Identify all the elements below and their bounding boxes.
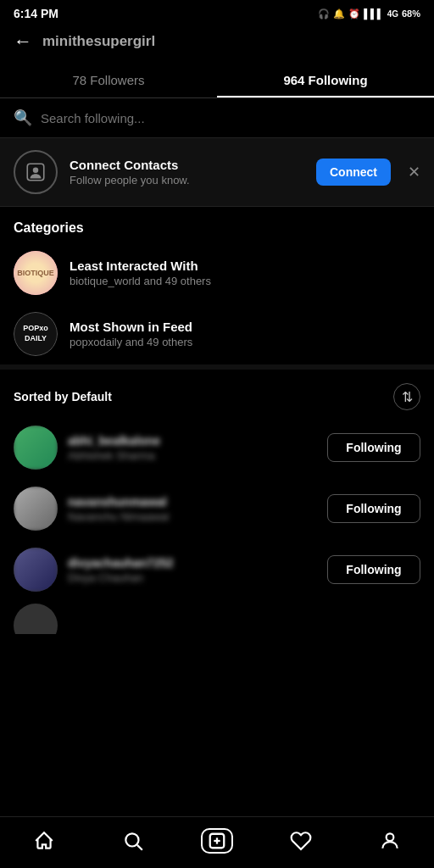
user-info-1: abhi_bealkalone Abhishek Sharma [68,434,317,462]
svg-line-3 [136,845,142,850]
user-handle-1: abhi_bealkalone [68,434,317,448]
nav-heart[interactable] [281,826,321,856]
tab-following[interactable]: 964 Following [217,63,434,97]
sort-button[interactable]: ⇅ [393,383,420,410]
sorted-row: Sorted by Default ⇅ [0,364,434,417]
user-info-2: navanshunmawal Navanchu Nimaawal [68,495,317,523]
category-least-interacted[interactable]: BIOTIQUE Least Interacted With biotique_… [0,242,434,303]
search-bar: 🔍 [0,98,434,138]
header-username: minithesupergirl [42,33,420,50]
biotique-avatar: BIOTIQUE [14,251,58,295]
category-text-most: Most Shown in Feed popxodaily and 49 oth… [70,320,192,348]
battery-icon: 68% [402,8,420,19]
sorted-label: Sorted by Default [14,390,112,403]
following-button-1[interactable]: Following [327,433,420,462]
connect-text: Connect Contacts Follow people you know. [70,158,304,186]
categories-section: Categories BIOTIQUE Least Interacted Wit… [0,207,434,364]
svg-point-7 [386,833,393,841]
status-time: 6:14 PM [14,7,58,20]
search-input[interactable] [41,111,420,125]
close-icon[interactable]: ✕ [408,163,420,181]
svg-point-1 [33,168,39,174]
svg-point-2 [125,833,138,846]
nav-profile[interactable] [370,826,410,856]
network-icon: 4G [387,9,398,19]
following-button-3[interactable]: Following [327,555,420,584]
least-interacted-sub: biotique_world and 49 others [70,275,211,287]
back-button[interactable]: ← [14,31,32,53]
headphone-icon: 🎧 [318,8,330,19]
connect-title: Connect Contacts [70,158,304,172]
category-text-least: Least Interacted With biotique_world and… [70,259,211,287]
signal-icon: ▌▌▌ [364,8,383,19]
status-bar: 6:14 PM 🎧 🔔 ⏰ ▌▌▌ 4G 68% [0,0,434,24]
user-info-3: divyachauhan7252 Divya Chauhan [68,556,317,584]
connect-avatar [14,150,58,194]
notification-icon: 🔔 [333,8,345,19]
user-avatar-2 [14,487,58,531]
connect-contacts-card: Connect Contacts Follow people you know.… [0,138,434,207]
user-name-3: Divya Chauhan [68,571,317,584]
category-most-shown[interactable]: POPxoDAILY Most Shown in Feed popxodaily… [0,303,434,364]
popxo-avatar: POPxoDAILY [14,312,58,356]
categories-title: Categories [0,207,434,242]
tabs-bar: 78 Followers 964 Following [0,63,434,98]
nav-add[interactable] [201,828,233,854]
user-list: abhi_bealkalone Abhishek Sharma Followin… [0,417,434,634]
least-interacted-title: Least Interacted With [70,259,211,273]
partial-avatar [14,604,58,634]
user-name-2: Navanchu Nimaawal [68,510,317,523]
user-avatar-1 [14,426,58,470]
user-item: navanshunmawal Navanchu Nimaawal Followi… [0,478,434,539]
most-shown-sub: popxodaily and 49 others [70,336,192,348]
following-button-2[interactable]: Following [327,494,420,523]
nav-home[interactable] [24,826,64,856]
status-icons: 🎧 🔔 ⏰ ▌▌▌ 4G 68% [318,8,420,19]
nav-search[interactable] [113,826,153,856]
user-handle-2: navanshunmawal [68,495,317,509]
tab-followers[interactable]: 78 Followers [0,63,217,97]
connect-button[interactable]: Connect [316,159,391,186]
bottom-nav [0,816,434,868]
most-shown-title: Most Shown in Feed [70,320,192,334]
connect-subtitle: Follow people you know. [70,174,304,186]
user-item-partial [0,600,434,634]
header: ← minithesupergirl [0,24,434,63]
user-name-1: Abhishek Sharma [68,449,317,462]
user-handle-3: divyachauhan7252 [68,556,317,570]
search-icon: 🔍 [14,108,32,127]
user-item: abhi_bealkalone Abhishek Sharma Followin… [0,417,434,478]
user-item: divyachauhan7252 Divya Chauhan Following [0,539,434,600]
user-avatar-3 [14,548,58,592]
alarm-icon: ⏰ [348,8,360,19]
